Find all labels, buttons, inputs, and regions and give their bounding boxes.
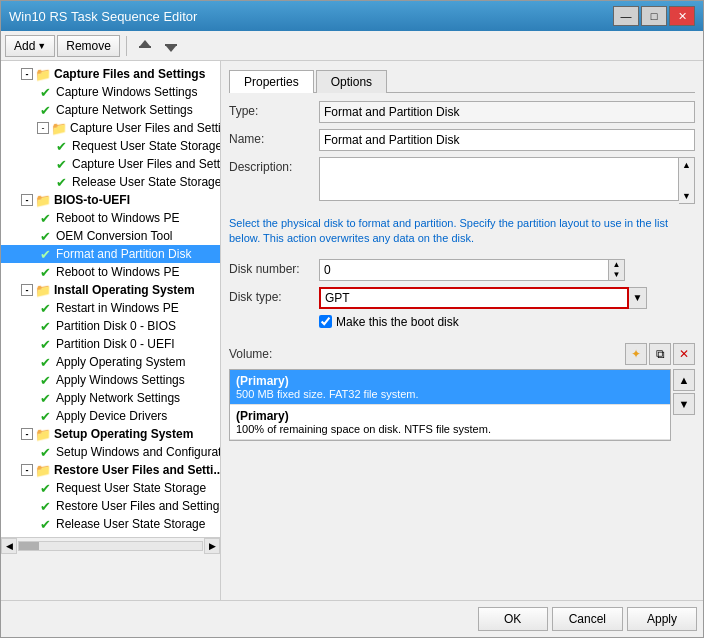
volume-side-buttons: ▲ ▼	[673, 369, 695, 441]
volume-move-up-button[interactable]: ▲	[673, 369, 695, 391]
cancel-button[interactable]: Cancel	[552, 607, 623, 631]
tree-group-bios[interactable]: - 📁 BIOS-to-UEFI	[1, 191, 220, 209]
volume-edit-button[interactable]: ⧉	[649, 343, 671, 365]
scroll-left-button[interactable]: ◀	[1, 538, 17, 554]
expand-capture-user[interactable]: -	[37, 122, 49, 134]
expand-restore[interactable]: -	[21, 464, 33, 476]
maximize-button[interactable]: □	[641, 6, 667, 26]
add-dropdown-arrow: ▼	[37, 41, 46, 51]
check-icon: ✔	[37, 390, 53, 406]
spin-down[interactable]: ▼	[609, 270, 624, 280]
tree-item-apply-network[interactable]: ✔ Apply Network Settings	[1, 389, 220, 407]
volume-desc-1: 100% of remaining space on disk. NTFS fi…	[236, 423, 664, 435]
item-label: Format and Partition Disk	[56, 247, 191, 261]
tab-properties[interactable]: Properties	[229, 70, 314, 93]
expand-bios[interactable]: -	[21, 194, 33, 206]
toolbar: Add ▼ Remove	[1, 31, 703, 61]
tree-item-capture-windows[interactable]: ✔ Capture Windows Settings	[1, 83, 220, 101]
disk-type-input[interactable]	[319, 287, 629, 309]
item-label: Restart in Windows PE	[56, 301, 179, 315]
volume-item-0[interactable]: (Primary) 500 MB fixed size. FAT32 file …	[230, 370, 670, 405]
ok-button[interactable]: OK	[478, 607, 548, 631]
tree-item-partition-bios[interactable]: ✔ Partition Disk 0 - BIOS	[1, 317, 220, 335]
name-input[interactable]	[319, 129, 695, 151]
type-input[interactable]	[319, 101, 695, 123]
check-icon: ✔	[37, 336, 53, 352]
description-row: Description: ▲ ▼	[229, 157, 695, 204]
volume-move-down-button[interactable]: ▼	[673, 393, 695, 415]
name-label: Name:	[229, 129, 319, 146]
svg-marker-3	[166, 46, 176, 52]
tree-item-capture-network[interactable]: ✔ Capture Network Settings	[1, 101, 220, 119]
scroll-up-arrow[interactable]: ▲	[679, 158, 694, 172]
add-button[interactable]: Add ▼	[5, 35, 55, 57]
check-icon: ✔	[37, 444, 53, 460]
description-textarea[interactable]	[319, 157, 679, 201]
boot-disk-label: Make this the boot disk	[336, 315, 459, 329]
check-icon: ✔	[53, 174, 69, 190]
tree-item-capture-user-files[interactable]: ✔ Capture User Files and Setting...	[1, 155, 220, 173]
tree-item-request-user2[interactable]: ✔ Request User State Storage	[1, 479, 220, 497]
tab-options[interactable]: Options	[316, 70, 387, 93]
expand-install-os[interactable]: -	[21, 284, 33, 296]
tree-item-request-user[interactable]: ✔ Request User State Storage	[1, 137, 220, 155]
tree-item-reboot-winpe2[interactable]: ✔ Reboot to Windows PE	[1, 263, 220, 281]
scroll-down-arrow[interactable]: ▼	[679, 189, 694, 203]
volume-item-1[interactable]: (Primary) 100% of remaining space on dis…	[230, 405, 670, 440]
tree-item-oem[interactable]: ✔ OEM Conversion Tool	[1, 227, 220, 245]
move-down-icon[interactable]	[159, 35, 183, 57]
minimize-button[interactable]: —	[613, 6, 639, 26]
item-label: Capture Network Settings	[56, 103, 193, 117]
close-button[interactable]: ✕	[669, 6, 695, 26]
check-icon: ✔	[37, 84, 53, 100]
folder-icon: 📁	[35, 282, 51, 298]
disk-number-input[interactable]	[319, 259, 609, 281]
disk-type-wrapper: ▼	[319, 287, 647, 309]
volume-delete-button[interactable]: ✕	[673, 343, 695, 365]
check-icon: ✔	[37, 318, 53, 334]
volume-add-button[interactable]: ✦	[625, 343, 647, 365]
tree-item-apply-os[interactable]: ✔ Apply Operating System	[1, 353, 220, 371]
boot-disk-checkbox[interactable]	[319, 315, 332, 328]
volume-list-wrapper: (Primary) 500 MB fixed size. FAT32 file …	[229, 369, 695, 441]
tree-item-restore-user-files[interactable]: ✔ Restore User Files and Settings	[1, 497, 220, 515]
folder-icon: 📁	[51, 120, 67, 136]
scrollbar-track[interactable]	[18, 541, 203, 551]
expand-capture[interactable]: -	[21, 68, 33, 80]
tree-item-setup-windows[interactable]: ✔ Setup Windows and Configuration	[1, 443, 220, 461]
tree-item-format-partition[interactable]: ✔ Format and Partition Disk	[1, 245, 220, 263]
folder-icon: 📁	[35, 66, 51, 82]
titlebar-buttons: — □ ✕	[613, 6, 695, 26]
tree-group-install-os[interactable]: - 📁 Install Operating System	[1, 281, 220, 299]
boot-disk-row: Make this the boot disk	[319, 315, 695, 329]
tree-group-setup-os[interactable]: - 📁 Setup Operating System	[1, 425, 220, 443]
tree-item-capture-user-group[interactable]: - 📁 Capture User Files and Setti...	[1, 119, 220, 137]
item-label: Restore User Files and Settings	[56, 499, 221, 513]
tree-group-capture[interactable]: - 📁 Capture Files and Settings	[1, 65, 220, 83]
disk-type-dropdown[interactable]: ▼	[629, 287, 647, 309]
main-window: Win10 RS Task Sequence Editor — □ ✕ Add …	[0, 0, 704, 638]
tree-item-release-user2[interactable]: ✔ Release User State Storage	[1, 515, 220, 533]
svg-marker-1	[140, 40, 150, 46]
tree-item-reboot-winpe1[interactable]: ✔ Reboot to Windows PE	[1, 209, 220, 227]
disk-number-spinner: ▲ ▼	[609, 259, 625, 281]
tree-item-partition-uefi[interactable]: ✔ Partition Disk 0 - UEFI	[1, 335, 220, 353]
remove-button[interactable]: Remove	[57, 35, 120, 57]
move-up-icon[interactable]	[133, 35, 157, 57]
volume-desc-0: 500 MB fixed size. FAT32 file system.	[236, 388, 664, 400]
spin-up[interactable]: ▲	[609, 260, 624, 270]
apply-button[interactable]: Apply	[627, 607, 697, 631]
expand-setup-os[interactable]: -	[21, 428, 33, 440]
tree-item-apply-windows[interactable]: ✔ Apply Windows Settings	[1, 371, 220, 389]
tree-group-restore[interactable]: - 📁 Restore User Files and Setti...	[1, 461, 220, 479]
tree-item-apply-drivers[interactable]: ✔ Apply Device Drivers	[1, 407, 220, 425]
volume-list: (Primary) 500 MB fixed size. FAT32 file …	[229, 369, 671, 441]
check-icon: ✔	[53, 138, 69, 154]
volume-toolbar: ✦ ⧉ ✕	[625, 343, 695, 365]
right-panel: Properties Options Type: N	[221, 61, 703, 600]
scroll-right-button[interactable]: ▶	[204, 538, 220, 554]
toolbar-separator	[126, 36, 127, 56]
tree-item-release-user[interactable]: ✔ Release User State Storage	[1, 173, 220, 191]
tree-item-restart-winpe[interactable]: ✔ Restart in Windows PE	[1, 299, 220, 317]
check-icon: ✔	[37, 516, 53, 532]
